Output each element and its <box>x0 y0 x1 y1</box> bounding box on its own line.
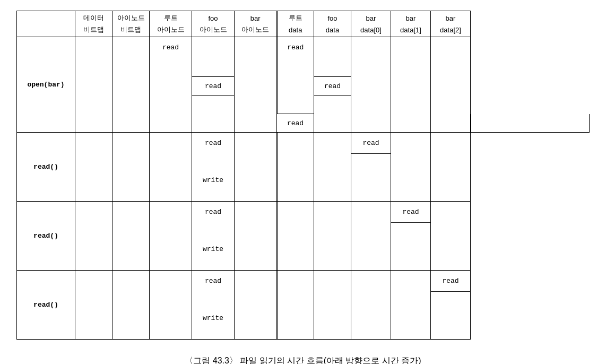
col-bi-label-top: bar <box>235 11 277 24</box>
cell-rd-4 <box>277 271 314 340</box>
cell-bi-read: read <box>277 114 314 133</box>
cell-ri-4 <box>150 271 192 340</box>
cell-fi-1 <box>192 37 235 77</box>
cell-ib-3 <box>112 202 150 271</box>
cell-fi-read: read <box>192 77 235 96</box>
cell-ri-read: read <box>150 37 192 58</box>
cell-ri-empty1 <box>150 58 192 77</box>
table-row: open(bar) read read <box>17 37 590 58</box>
col-fi-label-top: foo <box>192 11 235 24</box>
cell-fd-1 <box>314 37 351 77</box>
col-bd2-label-bot: data[2] <box>431 24 471 37</box>
cell-rd-empty1 <box>277 58 314 77</box>
cell-ri-empty4 <box>150 114 192 133</box>
cell-ib-4 <box>112 271 150 340</box>
main-table: 데이터 아이노드 루트 foo bar 루트 foo bar bar bar 비… <box>16 11 590 340</box>
cell-bd2-4-end <box>431 329 471 340</box>
cell-bd1-3-end <box>391 260 431 271</box>
cell-rd-3 <box>277 202 314 271</box>
cell-fi-4-end <box>192 329 235 340</box>
col-rd-label-bot: data <box>277 24 314 37</box>
cell-fi-write1: write <box>192 170 235 191</box>
cell-bd1-3-mid <box>391 223 431 239</box>
cell-bd0-3 <box>351 202 391 271</box>
cell-bd0-2-mid <box>351 154 391 170</box>
cell-bd0-2-end <box>351 191 391 202</box>
cell-db-2 <box>75 133 112 202</box>
header-row-bot: 비트맵 비트맵 아이노드 아이노드 아이노드 data data data[0]… <box>17 24 590 37</box>
cell-rd-2 <box>277 133 314 202</box>
cell-bd0-4 <box>351 271 391 340</box>
col-db-label-bot: 비트맵 <box>75 24 112 37</box>
read2-label: read() <box>17 202 75 271</box>
col-fi-label-bot: 아이노드 <box>192 24 235 37</box>
cell-fi-read4-top: read <box>192 271 235 292</box>
table-row: read() read read <box>17 271 590 292</box>
page-container: 데이터 아이노드 루트 foo bar 루트 foo bar bar bar 비… <box>11 0 595 364</box>
cell-bd1-4 <box>391 271 431 340</box>
cell-bd0-1 <box>351 37 391 133</box>
col-ri-label-top: 루트 <box>150 11 192 24</box>
cell-bd2-3 <box>431 202 471 271</box>
cell-bd1-read: read <box>391 202 431 223</box>
cell-bd0-2-bot <box>351 170 391 191</box>
cell-rd-empty4 <box>471 114 590 133</box>
cell-bd2-4-bot <box>431 308 471 329</box>
open-bar-label: open(bar) <box>17 37 75 133</box>
table-row: read() read read <box>17 133 590 154</box>
cell-rd-read: read <box>277 37 314 58</box>
cell-db-1 <box>75 37 112 133</box>
header-row-top: 데이터 아이노드 루트 foo bar 루트 foo bar bar bar <box>17 11 590 24</box>
cell-ib-1 <box>112 37 150 133</box>
cell-ri-3 <box>150 202 192 271</box>
col-ib-label-bot: 비트맵 <box>112 24 150 37</box>
cell-fd-empty1 <box>314 96 351 133</box>
cell-fi-3-end <box>192 260 235 271</box>
col-bd1-label-top: bar <box>391 11 431 24</box>
cell-fi-write2: write <box>192 239 235 260</box>
cell-bd0-read: read <box>351 133 391 154</box>
cell-fi-3-mid <box>192 223 235 239</box>
cell-bi-2 <box>235 133 277 202</box>
cell-bd2-1 <box>431 37 471 133</box>
col-ri-label-bot: 아이노드 <box>150 24 192 37</box>
col-op-label-top <box>17 11 75 37</box>
cell-fd-read: read <box>314 77 351 96</box>
cell-ri-empty2 <box>150 77 192 96</box>
cell-bd1-2 <box>391 133 431 202</box>
cell-fi-read3-top: read <box>192 202 235 223</box>
cell-fi-2-mid <box>192 154 235 170</box>
cell-fd-2 <box>314 133 351 202</box>
cell-bd1-1 <box>391 37 431 133</box>
col-bd0-label-top: bar <box>351 11 391 24</box>
col-bd2-label-top: bar <box>431 11 471 24</box>
cell-bd2-read: read <box>431 271 471 292</box>
cell-fi-2-end <box>192 191 235 202</box>
cell-rd-empty3 <box>277 96 314 114</box>
cell-ri-2 <box>150 133 192 202</box>
cell-bi-3 <box>235 202 277 271</box>
col-fd-label-bot: data <box>314 24 351 37</box>
cell-bi-1 <box>235 37 277 133</box>
cell-fi-read2-top: read <box>192 133 235 154</box>
col-rd-label-top: 루트 <box>277 11 314 24</box>
cell-ib-2 <box>112 133 150 202</box>
col-fd-label-top: foo <box>314 11 351 24</box>
cell-rd-empty2 <box>277 77 314 96</box>
cell-fi-write3: write <box>192 308 235 329</box>
cell-bd2-2 <box>431 133 471 202</box>
col-ib-label-top: 아이노드 <box>112 11 150 24</box>
cell-db-4 <box>75 271 112 340</box>
table-row: read() read read <box>17 202 590 223</box>
caption: 〈그림 43.3〉 파일 읽기의 시간 흐름(아래 방향으로 시간 증가) <box>16 356 590 364</box>
table-wrapper: 데이터 아이노드 루트 foo bar 루트 foo bar bar bar 비… <box>16 11 590 340</box>
cell-bd1-3-bot <box>391 239 431 260</box>
cell-fi-empty1 <box>192 96 235 133</box>
col-bi-label-bot: 아이노드 <box>235 24 277 37</box>
col-bd1-label-bot: data[1] <box>391 24 431 37</box>
read3-label: read() <box>17 271 75 340</box>
cell-bi-4 <box>235 271 277 340</box>
cell-fd-3 <box>314 202 351 271</box>
cell-ri-empty3 <box>150 96 192 114</box>
cell-fd-4 <box>314 271 351 340</box>
